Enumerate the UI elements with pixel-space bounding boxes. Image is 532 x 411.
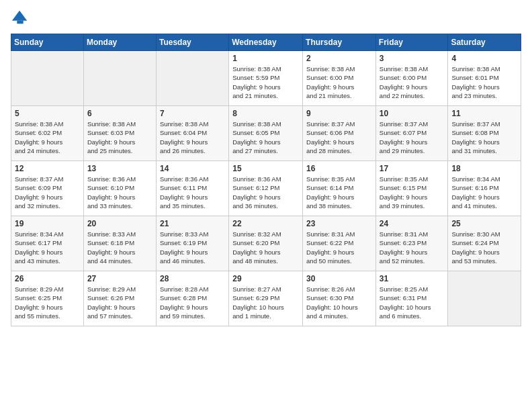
day-info: Sunrise: 8:38 AM Sunset: 6:00 PM Dayligh… [380,64,445,100]
day-info: Sunrise: 8:38 AM Sunset: 6:05 PM Dayligh… [232,120,299,155]
day-number: 9 [306,109,372,118]
day-number: 12 [15,164,80,173]
calendar-cell: 1Sunrise: 8:38 AM Sunset: 5:59 PM Daylig… [229,51,303,106]
calendar-cell: 28Sunrise: 8:28 AM Sunset: 6:28 PM Dayli… [156,271,228,326]
day-info: Sunrise: 8:25 AM Sunset: 6:31 PM Dayligh… [380,285,445,320]
calendar-cell: 2Sunrise: 8:38 AM Sunset: 6:00 PM Daylig… [303,51,376,106]
weekday-header-sunday: Sunday [11,34,84,51]
weekday-header-friday: Friday [375,34,448,51]
header [11,8,521,27]
day-number: 27 [87,274,152,283]
day-info: Sunrise: 8:36 AM Sunset: 6:12 PM Dayligh… [232,175,299,210]
calendar-cell: 12Sunrise: 8:37 AM Sunset: 6:09 PM Dayli… [11,161,84,216]
calendar-cell [448,271,521,326]
week-row-3: 19Sunrise: 8:34 AM Sunset: 6:17 PM Dayli… [11,216,521,271]
day-number: 16 [306,164,372,173]
day-info: Sunrise: 8:35 AM Sunset: 6:14 PM Dayligh… [306,175,372,210]
day-number: 18 [451,164,517,173]
calendar-cell: 26Sunrise: 8:29 AM Sunset: 6:25 PM Dayli… [11,271,84,326]
day-info: Sunrise: 8:37 AM Sunset: 6:06 PM Dayligh… [306,120,372,155]
day-info: Sunrise: 8:32 AM Sunset: 6:20 PM Dayligh… [232,230,299,265]
weekday-header-monday: Monday [83,34,156,51]
day-info: Sunrise: 8:33 AM Sunset: 6:18 PM Dayligh… [87,230,152,265]
calendar-cell: 18Sunrise: 8:34 AM Sunset: 6:16 PM Dayli… [448,161,521,216]
calendar-cell: 14Sunrise: 8:36 AM Sunset: 6:11 PM Dayli… [156,161,228,216]
day-number: 17 [380,164,445,173]
day-info: Sunrise: 8:34 AM Sunset: 6:17 PM Dayligh… [15,230,80,265]
day-number: 15 [232,164,299,173]
day-info: Sunrise: 8:27 AM Sunset: 6:29 PM Dayligh… [232,285,299,320]
calendar-cell: 17Sunrise: 8:35 AM Sunset: 6:15 PM Dayli… [375,161,448,216]
day-info: Sunrise: 8:36 AM Sunset: 6:10 PM Dayligh… [87,175,152,210]
day-number: 14 [160,164,225,173]
calendar-cell: 22Sunrise: 8:32 AM Sunset: 6:20 PM Dayli… [229,216,303,271]
calendar-cell: 19Sunrise: 8:34 AM Sunset: 6:17 PM Dayli… [11,216,84,271]
day-number: 22 [232,219,299,228]
logo [11,8,31,27]
calendar-cell [83,51,156,106]
day-info: Sunrise: 8:34 AM Sunset: 6:16 PM Dayligh… [451,175,517,210]
weekday-header-tuesday: Tuesday [156,34,228,51]
day-info: Sunrise: 8:38 AM Sunset: 6:03 PM Dayligh… [87,120,152,155]
day-info: Sunrise: 8:29 AM Sunset: 6:25 PM Dayligh… [15,285,80,320]
day-number: 5 [15,109,80,118]
day-info: Sunrise: 8:31 AM Sunset: 6:22 PM Dayligh… [306,230,372,265]
calendar-cell: 15Sunrise: 8:36 AM Sunset: 6:12 PM Dayli… [229,161,303,216]
day-info: Sunrise: 8:36 AM Sunset: 6:11 PM Dayligh… [160,175,225,210]
calendar-cell: 31Sunrise: 8:25 AM Sunset: 6:31 PM Dayli… [375,271,448,326]
calendar-cell: 21Sunrise: 8:33 AM Sunset: 6:19 PM Dayli… [156,216,228,271]
day-number: 10 [380,109,445,118]
day-number: 6 [87,109,152,118]
calendar-cell: 23Sunrise: 8:31 AM Sunset: 6:22 PM Dayli… [303,216,376,271]
day-info: Sunrise: 8:33 AM Sunset: 6:19 PM Dayligh… [160,230,225,265]
day-number: 25 [451,219,517,228]
calendar-cell: 29Sunrise: 8:27 AM Sunset: 6:29 PM Dayli… [229,271,303,326]
week-row-2: 12Sunrise: 8:37 AM Sunset: 6:09 PM Dayli… [11,161,521,216]
calendar-table: SundayMondayTuesdayWednesdayThursdayFrid… [11,34,521,326]
day-number: 24 [380,219,445,228]
calendar-cell: 20Sunrise: 8:33 AM Sunset: 6:18 PM Dayli… [83,216,156,271]
weekday-header-thursday: Thursday [303,34,376,51]
day-info: Sunrise: 8:29 AM Sunset: 6:26 PM Dayligh… [87,285,152,320]
weekday-header-row: SundayMondayTuesdayWednesdayThursdayFrid… [11,34,521,51]
calendar-cell: 11Sunrise: 8:37 AM Sunset: 6:08 PM Dayli… [448,106,521,161]
weekday-header-saturday: Saturday [448,34,521,51]
day-number: 2 [306,54,372,63]
day-info: Sunrise: 8:38 AM Sunset: 5:59 PM Dayligh… [232,64,299,100]
week-row-4: 26Sunrise: 8:29 AM Sunset: 6:25 PM Dayli… [11,271,521,326]
svg-marker-0 [12,11,27,21]
day-info: Sunrise: 8:28 AM Sunset: 6:28 PM Dayligh… [160,285,225,320]
weekday-header-wednesday: Wednesday [229,34,303,51]
day-number: 21 [160,219,225,228]
calendar-cell: 7Sunrise: 8:38 AM Sunset: 6:04 PM Daylig… [156,106,228,161]
calendar-cell: 30Sunrise: 8:26 AM Sunset: 6:30 PM Dayli… [303,271,376,326]
day-info: Sunrise: 8:26 AM Sunset: 6:30 PM Dayligh… [306,285,372,320]
day-info: Sunrise: 8:38 AM Sunset: 6:01 PM Dayligh… [451,64,517,100]
day-number: 11 [451,109,517,118]
day-number: 4 [451,54,517,63]
day-info: Sunrise: 8:30 AM Sunset: 6:24 PM Dayligh… [451,230,517,265]
calendar-cell: 24Sunrise: 8:31 AM Sunset: 6:23 PM Dayli… [375,216,448,271]
day-number: 13 [87,164,152,173]
day-number: 30 [306,274,372,283]
week-row-0: 1Sunrise: 8:38 AM Sunset: 5:59 PM Daylig… [11,51,521,106]
day-number: 3 [380,54,445,63]
day-info: Sunrise: 8:38 AM Sunset: 6:02 PM Dayligh… [15,120,80,155]
calendar-cell: 6Sunrise: 8:38 AM Sunset: 6:03 PM Daylig… [83,106,156,161]
calendar-cell [156,51,228,106]
calendar-cell: 16Sunrise: 8:35 AM Sunset: 6:14 PM Dayli… [303,161,376,216]
day-number: 20 [87,219,152,228]
calendar-cell [11,51,84,106]
day-number: 28 [160,274,225,283]
day-info: Sunrise: 8:31 AM Sunset: 6:23 PM Dayligh… [380,230,445,265]
day-info: Sunrise: 8:37 AM Sunset: 6:08 PM Dayligh… [451,120,517,155]
calendar-cell: 25Sunrise: 8:30 AM Sunset: 6:24 PM Dayli… [448,216,521,271]
day-number: 31 [380,274,445,283]
calendar-cell: 9Sunrise: 8:37 AM Sunset: 6:06 PM Daylig… [303,106,376,161]
calendar-cell: 4Sunrise: 8:38 AM Sunset: 6:01 PM Daylig… [448,51,521,106]
calendar-cell: 13Sunrise: 8:36 AM Sunset: 6:10 PM Dayli… [83,161,156,216]
calendar-cell: 5Sunrise: 8:38 AM Sunset: 6:02 PM Daylig… [11,106,84,161]
day-info: Sunrise: 8:38 AM Sunset: 6:04 PM Dayligh… [160,120,225,155]
day-number: 1 [232,54,299,63]
calendar-cell: 10Sunrise: 8:37 AM Sunset: 6:07 PM Dayli… [375,106,448,161]
